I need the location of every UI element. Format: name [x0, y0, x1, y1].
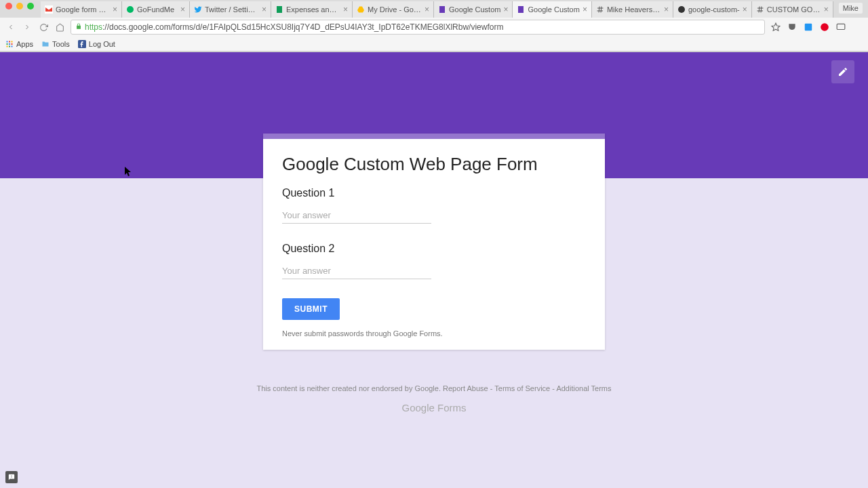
bookmark-icon — [41, 40, 50, 48]
bookmark-label: Log Out — [89, 40, 115, 48]
svg-rect-12 — [9, 41, 10, 42]
svg-rect-8 — [805, 24, 812, 31]
browser-tab-4[interactable]: My Drive - Goog× — [353, 1, 434, 18]
window-maximize-btn[interactable] — [27, 3, 34, 9]
bookmark-icon — [78, 40, 86, 48]
tab-favicon-icon — [45, 5, 53, 14]
tab-close-icon[interactable]: × — [113, 5, 117, 14]
svg-rect-17 — [7, 45, 8, 47]
browser-tab-5[interactable]: Google Custom× — [434, 1, 513, 18]
svg-rect-2 — [277, 6, 282, 13]
browser-tab-8[interactable]: google-custom-× — [673, 1, 752, 18]
form-title: Google Custom Web Page Form — [282, 154, 586, 175]
tab-title: Google form cus — [56, 5, 110, 14]
tab-favicon-icon — [756, 5, 764, 14]
tab-favicon-icon — [357, 5, 365, 14]
browser-tab-3[interactable]: Expenses and E× — [271, 1, 353, 18]
tab-close-icon[interactable]: × — [343, 5, 348, 14]
bookmark-label: Apps — [16, 40, 33, 48]
edit-form-button[interactable] — [831, 60, 854, 83]
svg-rect-19 — [12, 45, 13, 47]
pocket-icon[interactable] — [787, 22, 797, 33]
tab-title: Google Custom — [449, 5, 500, 14]
tab-close-icon[interactable]: × — [425, 5, 429, 14]
submit-button[interactable]: SUBMIT — [282, 298, 340, 320]
svg-rect-16 — [12, 43, 13, 45]
pinterest-icon[interactable] — [819, 22, 830, 33]
svg-rect-15 — [9, 43, 10, 45]
logo-google-text: Google — [401, 402, 434, 413]
password-warning: Never submit passwords through Google Fo… — [282, 329, 586, 338]
svg-marker-7 — [772, 23, 780, 30]
logo-forms-text: Forms — [435, 402, 467, 413]
toolbar-icons — [770, 22, 863, 33]
tab-bar: Google form cus×GoFundMe×Twitter / Setti… — [0, 0, 868, 18]
svg-rect-13 — [12, 41, 13, 42]
window-controls — [5, 3, 34, 9]
tab-close-icon[interactable]: × — [743, 5, 747, 14]
browser-tab-6[interactable]: Google Custom× — [513, 1, 591, 18]
svg-rect-11 — [7, 41, 8, 42]
google-forms-logo[interactable]: Google Forms — [401, 402, 466, 413]
footer-disclaimer: This content is neither created nor endo… — [256, 384, 611, 392]
bookmark-label: Tools — [52, 40, 70, 48]
tab-close-icon[interactable]: × — [824, 5, 829, 14]
report-abuse-link[interactable]: Report Abuse — [443, 384, 488, 392]
nav-forward-btn[interactable] — [22, 22, 33, 33]
bookmark-tools[interactable]: Tools — [41, 40, 70, 48]
tab-favicon-icon — [194, 5, 202, 14]
url-scheme: https — [85, 22, 102, 32]
svg-rect-5 — [518, 6, 524, 13]
star-icon[interactable] — [770, 22, 781, 33]
question-2-input[interactable] — [282, 263, 431, 279]
question-1-input[interactable] — [282, 207, 431, 224]
question-2: Question 2 — [282, 243, 586, 279]
svg-point-1 — [127, 6, 134, 13]
cast-icon[interactable] — [835, 22, 846, 33]
browser-tab-2[interactable]: Twitter / Settings× — [190, 1, 271, 18]
question-2-label: Question 2 — [282, 243, 586, 255]
tab-title: google-custom- — [688, 5, 740, 14]
tab-title: Expenses and E — [286, 5, 340, 14]
svg-marker-3 — [357, 7, 364, 13]
window-close-btn[interactable] — [5, 3, 12, 9]
browser-chrome: Mike Google form cus×GoFundMe×Twitter / … — [0, 0, 868, 52]
tab-favicon-icon — [126, 5, 134, 14]
browser-tab-7[interactable]: Mike Heavers | L× — [592, 1, 673, 18]
browser-tab-9[interactable]: CUSTOM GOOG× — [752, 1, 833, 18]
extension-icon-1[interactable] — [803, 22, 814, 33]
tab-title: My Drive - Goog — [368, 5, 422, 14]
window-minimize-btn[interactable] — [16, 3, 23, 9]
question-1: Question 1 — [282, 187, 586, 224]
tab-close-icon[interactable]: × — [664, 5, 669, 14]
nav-home-btn[interactable] — [54, 22, 65, 33]
tab-title: Twitter / Settings — [205, 5, 259, 14]
tos-link[interactable]: Terms of Service — [494, 384, 550, 392]
tab-close-icon[interactable]: × — [180, 5, 185, 14]
nav-back-btn[interactable] — [5, 22, 16, 33]
card-accent-bar — [263, 134, 605, 139]
form-card: Google Custom Web Page Form Question 1 Q… — [263, 134, 605, 350]
url-input[interactable]: https://docs.google.com/forms/d/e/1FAIpQ… — [71, 20, 765, 35]
tab-favicon-icon — [438, 5, 446, 14]
tab-title: GoFundMe — [137, 5, 178, 14]
tab-title: CUSTOM GOOG — [767, 5, 821, 14]
additional-terms-link[interactable]: Additional Terms — [556, 384, 611, 392]
tab-favicon-icon — [596, 5, 604, 14]
svg-point-6 — [678, 6, 685, 13]
svg-point-9 — [821, 23, 829, 31]
browser-tab-0[interactable]: Google form cus× — [41, 1, 122, 18]
bookmark-log-out[interactable]: Log Out — [78, 40, 115, 48]
browser-user-label[interactable]: Mike — [839, 3, 863, 14]
browser-tab-1[interactable]: GoFundMe× — [122, 1, 190, 18]
bookmark-apps[interactable]: Apps — [5, 40, 33, 48]
nav-reload-btn[interactable] — [38, 22, 49, 33]
svg-rect-10 — [837, 24, 845, 29]
tab-close-icon[interactable]: × — [262, 5, 267, 14]
page-viewport: Google Custom Web Page Form Question 1 Q… — [0, 52, 868, 488]
question-1-label: Question 1 — [282, 187, 586, 199]
feedback-button[interactable] — [5, 471, 18, 483]
tab-close-icon[interactable]: × — [583, 5, 587, 14]
tab-close-icon[interactable]: × — [503, 5, 508, 14]
menu-icon[interactable] — [852, 23, 863, 31]
